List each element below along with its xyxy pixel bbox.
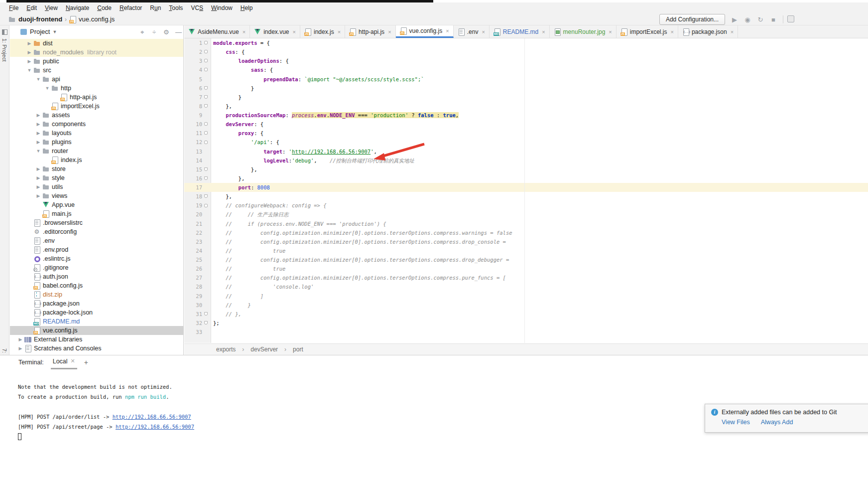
tree-item-http[interactable]: ▼http — [10, 84, 183, 93]
chevron-down-icon[interactable]: ▼ — [25, 68, 33, 73]
tree-item-http-api-js[interactable]: http-api.js — [10, 93, 183, 102]
tree-item-utils[interactable]: ▶utils — [10, 182, 183, 191]
tree-item--editorconfig[interactable]: ⚙.editorconfig — [10, 227, 183, 236]
chevron-right-icon[interactable]: ▶ — [34, 122, 42, 127]
tree-item--env-prod[interactable]: .env.prod — [10, 245, 183, 254]
fold-open-icon[interactable] — [204, 122, 208, 126]
tree-item-style[interactable]: ▶style — [10, 173, 183, 182]
new-terminal-icon[interactable]: + — [84, 358, 88, 366]
tab-index-vue[interactable]: index.vue× — [250, 25, 300, 38]
menu-tools[interactable]: Tools — [165, 3, 187, 12]
toolbar-widget-icon[interactable] — [787, 15, 794, 22]
tree-item-readme-md[interactable]: README.md — [10, 317, 183, 326]
close-icon[interactable]: × — [446, 28, 449, 34]
close-icon[interactable]: × — [609, 29, 612, 35]
stop-icon[interactable]: ■ — [769, 16, 778, 23]
breadcrumb-exports[interactable]: exports — [216, 346, 236, 353]
fold-open-icon[interactable] — [204, 41, 208, 44]
tab-menurouter-jpg[interactable]: menuRouter.jpg× — [550, 25, 617, 38]
tree-item-views[interactable]: ▶views — [10, 191, 183, 200]
tree-item-router[interactable]: ▼router — [10, 147, 183, 156]
tree-item--eslintrc-js[interactable]: .eslintrc.js — [10, 254, 183, 263]
fold-open-icon[interactable] — [204, 204, 208, 207]
chevron-right-icon[interactable]: ▶ — [34, 131, 42, 136]
tree-item-scratches-and-consoles[interactable]: ▶Scratches and Consoles — [10, 344, 183, 353]
chevron-right-icon[interactable]: ▶ — [34, 193, 42, 198]
tab-http-api-js[interactable]: http-api.js× — [345, 25, 395, 38]
locate-icon[interactable]: ⌖ — [140, 28, 144, 36]
chevron-right-icon[interactable]: ▶ — [34, 175, 42, 180]
chevron-right-icon[interactable]: ▶ — [34, 113, 42, 118]
rerun-icon[interactable]: ↻ — [756, 16, 765, 23]
tab-readme-md[interactable]: README.md× — [490, 25, 550, 38]
tree-item-auth-json[interactable]: auth.json — [10, 272, 183, 281]
menu-code[interactable]: Code — [93, 3, 116, 12]
chevron-down-icon[interactable]: ▼ — [43, 86, 51, 91]
run-icon[interactable]: ▶ — [730, 16, 739, 23]
menu-file[interactable]: File — [5, 3, 22, 12]
breadcrumb-project[interactable]: duoji-frontend — [18, 15, 62, 23]
chevron-right-icon[interactable]: ▶ — [25, 59, 33, 64]
menu-navigate[interactable]: Navigate — [62, 3, 93, 12]
tree-item--env[interactable]: .env — [10, 236, 183, 245]
menu-view[interactable]: View — [41, 3, 62, 12]
chevron-down-icon[interactable]: ▼ — [34, 77, 42, 82]
tree-item-index-js[interactable]: index.js — [10, 156, 183, 164]
fold-open-icon[interactable] — [204, 131, 208, 135]
fold-end-icon[interactable] — [204, 167, 208, 171]
breadcrumb-file[interactable]: vue.config.js — [79, 15, 115, 23]
tree-item-package-lock-json[interactable]: package-lock.json — [10, 308, 183, 317]
close-icon[interactable]: × — [482, 29, 485, 35]
tree-item-plugins[interactable]: ▶plugins — [10, 138, 183, 147]
chevron-right-icon[interactable]: ▶ — [34, 140, 42, 145]
tab-vue-config-js[interactable]: vue.config.js× — [396, 25, 454, 38]
fold-open-icon[interactable] — [204, 50, 208, 53]
tab-asidemenu-vue[interactable]: AsideMenu.vue× — [184, 25, 250, 38]
close-icon[interactable]: × — [338, 29, 341, 35]
tree-item-api[interactable]: ▼api — [10, 75, 183, 84]
link-view-files[interactable]: View Files — [722, 419, 750, 426]
tree-item-layouts[interactable]: ▶layouts — [10, 129, 183, 138]
tree-item-src[interactable]: ▼src — [10, 66, 183, 75]
close-icon[interactable]: × — [388, 29, 391, 35]
project-panel-title[interactable]: Project — [30, 28, 50, 35]
close-icon[interactable]: × — [293, 29, 296, 35]
tree-item-dist-zip[interactable]: dist.zip — [10, 290, 183, 299]
project-toolwindow-icon[interactable] — [2, 29, 7, 35]
close-icon[interactable]: × — [731, 29, 734, 35]
menu-run[interactable]: Run — [146, 3, 165, 12]
close-icon[interactable]: × — [670, 29, 673, 35]
chevron-down-icon[interactable]: ▼ — [52, 29, 57, 34]
fold-end-icon[interactable] — [204, 321, 208, 324]
tree-item-package-json[interactable]: package.json — [10, 299, 183, 308]
tree-item--gitignore[interactable]: .gitignore — [10, 263, 183, 272]
stripe-project[interactable]: 1: Project — [1, 38, 7, 61]
fold-open-icon[interactable] — [204, 68, 208, 71]
tree-item-dist[interactable]: ▶dist — [10, 39, 183, 48]
fold-end-icon[interactable] — [204, 104, 208, 108]
tree-item-assets[interactable]: ▶assets — [10, 111, 183, 120]
chevron-right-icon[interactable]: ▶ — [25, 50, 33, 55]
menu-refactor[interactable]: Refactor — [116, 3, 146, 12]
settings-icon[interactable]: ⚙ — [163, 28, 169, 36]
close-icon[interactable]: × — [243, 29, 246, 35]
close-icon[interactable]: × — [542, 29, 545, 35]
hide-icon[interactable]: — — [175, 28, 182, 36]
tab--env[interactable]: .env× — [454, 25, 490, 38]
tree-item-store[interactable]: ▶store — [10, 164, 183, 173]
tab-importexcel-js[interactable]: importExcel.js× — [617, 25, 678, 38]
tree-item-public[interactable]: ▶public — [10, 57, 183, 66]
tree-item-importexcel-js[interactable]: importExcel.js — [10, 102, 183, 111]
tree-item-main-js[interactable]: main.js — [10, 209, 183, 218]
tree-item-components[interactable]: ▶components — [10, 120, 183, 129]
chevron-right-icon[interactable]: ▶ — [16, 337, 24, 342]
fold-end-icon[interactable] — [204, 95, 208, 99]
add-configuration-button[interactable]: Add Configuration... — [659, 14, 725, 25]
terminal-output[interactable]: Note that the development build is not o… — [18, 382, 194, 442]
tree-item-external-libraries[interactable]: ▶External Libraries — [10, 335, 183, 344]
fold-end-icon[interactable] — [204, 86, 208, 90]
chevron-down-icon[interactable]: ▼ — [34, 149, 42, 154]
menu-window[interactable]: Window — [207, 3, 237, 12]
chevron-right-icon[interactable]: ▶ — [34, 184, 42, 189]
tab-index-js[interactable]: index.js× — [300, 25, 345, 38]
